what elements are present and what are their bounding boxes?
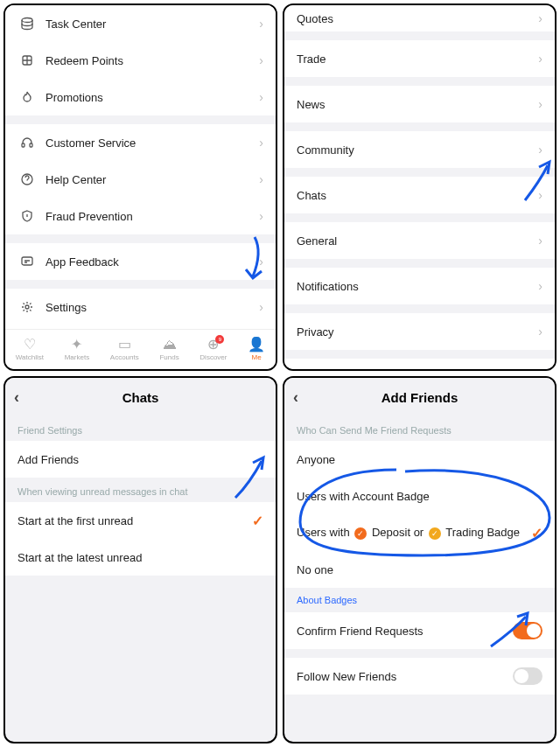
page-title: Chats (122, 390, 159, 405)
row-quotes[interactable]: Quotes› (284, 5, 555, 31)
trading-badge-icon: ✓ (429, 527, 441, 540)
row-label: No one (297, 563, 542, 576)
gear-icon (18, 300, 37, 314)
svg-point-0 (22, 18, 32, 23)
deposit-badge-icon: ✓ (354, 527, 367, 540)
row-label: Users with ✓ Deposit or ✓ Trading Badge (297, 526, 531, 540)
row-promotions[interactable]: Promotions › (5, 79, 276, 115)
row-label: Add Friends (18, 453, 259, 466)
row-label: App Feedback (46, 255, 259, 269)
feedback-icon (18, 255, 37, 269)
tab-label: Discover (200, 353, 227, 361)
row-settings[interactable]: Settings › (5, 289, 276, 325)
panel-me-settings: Task Center › Redeem Points › Promotions… (4, 3, 277, 371)
headset-icon (18, 136, 37, 150)
chevron-right-icon: › (259, 17, 263, 31)
row-label: About (297, 371, 538, 372)
row-label: Promotions (46, 91, 259, 104)
row-label: News (297, 98, 538, 111)
bottom-tabbar: ♡Watchlist ✦Markets ▭Accounts ⛰Funds ⊕9D… (5, 329, 276, 369)
chevron-right-icon: › (538, 11, 542, 25)
tab-discover[interactable]: ⊕9Discover (200, 338, 227, 361)
tab-label: Markets (65, 353, 89, 361)
chevron-right-icon: › (538, 325, 542, 339)
chevron-right-icon: › (538, 188, 542, 202)
row-account-badge[interactable]: Users with Account Badge (284, 478, 555, 514)
chevron-right-icon: › (538, 279, 542, 293)
row-privacy[interactable]: Privacy› (284, 313, 555, 350)
row-label: Redeem Points (46, 54, 259, 67)
check-icon: ✓ (531, 525, 542, 541)
back-button[interactable]: ‹ (14, 388, 19, 407)
tab-markets[interactable]: ✦Markets (65, 338, 89, 361)
row-confirm-requests[interactable]: Confirm Friend Requests (284, 612, 555, 649)
tab-label: Me (252, 353, 262, 361)
planet-icon: ✦ (71, 338, 82, 352)
row-general[interactable]: General› (284, 222, 555, 259)
chevron-right-icon: › (259, 209, 263, 223)
svg-point-6 (25, 305, 29, 309)
person-icon: 👤 (248, 338, 265, 352)
row-label: Community (297, 143, 538, 157)
fire-icon (18, 90, 37, 104)
row-fraud-prevention[interactable]: Fraud Prevention › (5, 198, 276, 234)
chevron-right-icon: › (259, 452, 263, 466)
row-add-friends[interactable]: Add Friends › (5, 441, 276, 478)
chevron-right-icon: › (538, 234, 542, 248)
tab-label: Funds (159, 353, 178, 361)
panel-chats: ‹ Chats Friend Settings Add Friends › Wh… (4, 376, 277, 744)
chevron-right-icon: › (259, 172, 263, 186)
svg-rect-3 (30, 143, 32, 147)
page-title: Add Friends (382, 390, 458, 405)
question-icon (18, 172, 37, 186)
row-deposit-trading-badge[interactable]: Users with ✓ Deposit or ✓ Trading Badge … (284, 514, 555, 551)
tab-funds[interactable]: ⛰Funds (159, 338, 178, 361)
tab-accounts[interactable]: ▭Accounts (110, 338, 139, 361)
row-redeem-points[interactable]: Redeem Points › (5, 42, 276, 79)
row-label: Start at the latest unread (18, 551, 263, 564)
row-label: Confirm Friend Requests (297, 625, 513, 638)
row-label: Chats (297, 189, 538, 202)
check-icon: ✓ (252, 513, 263, 529)
chevron-right-icon: › (259, 136, 263, 150)
tab-me[interactable]: 👤Me (248, 338, 265, 361)
tab-label: Accounts (110, 353, 139, 361)
row-anyone[interactable]: Anyone (284, 441, 555, 478)
heart-icon: ♡ (24, 338, 36, 352)
notification-badge: 9 (215, 335, 224, 344)
chevron-right-icon: › (538, 143, 542, 157)
tab-watchlist[interactable]: ♡Watchlist (16, 338, 44, 361)
wallet-icon: ▭ (118, 338, 131, 352)
back-button[interactable]: ‹ (293, 388, 298, 407)
row-no-one[interactable]: No one (284, 551, 555, 588)
svg-rect-2 (22, 143, 24, 147)
row-label: Follow New Friends (297, 670, 513, 683)
row-chats[interactable]: Chats› (284, 177, 555, 213)
row-help-center[interactable]: Help Center › (5, 161, 276, 198)
row-label: Anyone (297, 453, 542, 466)
row-trade[interactable]: Trade› (284, 40, 555, 77)
toggle-follow[interactable] (513, 667, 542, 685)
panel-settings-list: Quotes› Trade› News› Community› Chats› G… (283, 3, 556, 371)
chart-icon: ⛰ (163, 338, 177, 352)
row-task-center[interactable]: Task Center › (5, 5, 276, 42)
row-start-latest-unread[interactable]: Start at the latest unread (5, 539, 276, 576)
chevron-right-icon: › (259, 90, 263, 104)
panel-add-friends: ‹ Add Friends Who Can Send Me Friend Req… (283, 376, 556, 744)
link-about-badges[interactable]: About Badges (284, 588, 555, 612)
row-news[interactable]: News› (284, 86, 555, 122)
row-customer-service[interactable]: Customer Service › (5, 124, 276, 161)
row-app-feedback[interactable]: App Feedback › (5, 243, 276, 280)
header: ‹ Chats (5, 378, 276, 416)
row-about[interactable]: About› (284, 359, 555, 371)
row-follow-new-friends[interactable]: Follow New Friends (284, 658, 555, 695)
section-who-can-send: Who Can Send Me Friend Requests (284, 416, 555, 441)
toggle-confirm[interactable] (513, 622, 542, 639)
row-label: Users with Account Badge (297, 490, 542, 503)
row-community[interactable]: Community› (284, 131, 555, 168)
row-label: General (297, 234, 538, 248)
row-notifications[interactable]: Notifications› (284, 268, 555, 304)
row-start-first-unread[interactable]: Start at the first unread ✓ (5, 502, 276, 539)
gift-icon (18, 53, 37, 67)
row-label: Customer Service (46, 136, 259, 150)
